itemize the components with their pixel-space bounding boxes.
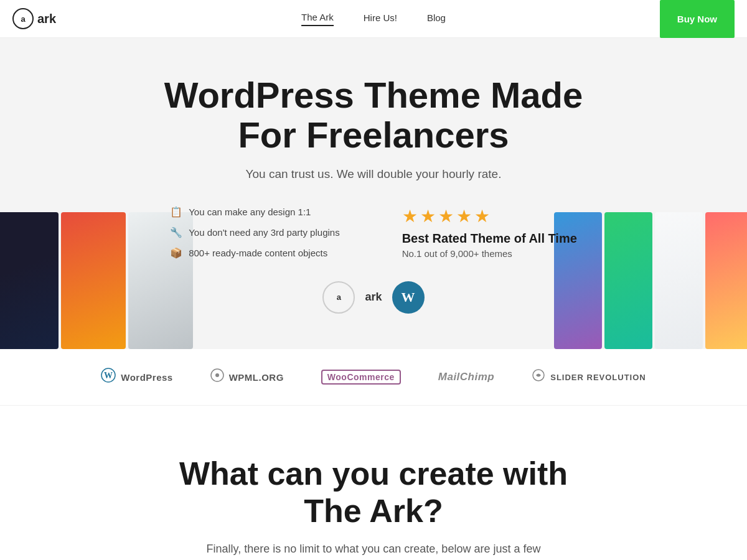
partner-wordpress: W WordPress — [101, 368, 172, 386]
logo-circle: a — [12, 8, 34, 29]
star-5: ★ — [474, 206, 490, 226]
slider-revolution-icon — [532, 368, 545, 386]
hero-features-list: 📋 You can make any design 1:1 🔧 You don'… — [170, 206, 340, 259]
feature-text-2: You don't need any 3rd party plugins — [189, 227, 340, 238]
hero-rating: ★ ★ ★ ★ ★ Best Rated Theme of All Time N… — [402, 206, 577, 259]
star-2: ★ — [420, 206, 436, 226]
buy-now-button[interactable]: Buy Now — [660, 0, 735, 38]
star-3: ★ — [438, 206, 454, 226]
bottom-section: What can you create with The Ark? Finall… — [0, 406, 747, 560]
partner-wpml: WPML.ORG — [210, 368, 284, 386]
feature-text-3: 800+ ready-made content objects — [189, 248, 327, 258]
partner-mailchimp: MailChimp — [438, 371, 494, 383]
woocommerce-label: WooCommerce — [321, 370, 401, 385]
feature-text-1: You can make any design 1:1 — [189, 207, 311, 217]
hero-features-row: 📋 You can make any design 1:1 🔧 You don'… — [12, 206, 735, 259]
star-4: ★ — [456, 206, 472, 226]
wordpress-icon: W — [101, 368, 116, 386]
slider-revolution-label: SLIDER REVOLUTION — [550, 373, 646, 382]
logo-letter: a — [21, 14, 25, 24]
feature-icon-3: 📦 — [170, 247, 182, 259]
hero-title: WordPress Theme Made For Freelancers — [12, 75, 735, 155]
nav-links: The Ark Hire Us! Blog — [301, 12, 446, 26]
feature-icon-2: 🔧 — [170, 226, 182, 238]
feature-item-1: 📋 You can make any design 1:1 — [170, 206, 340, 218]
nav-link-the-ark[interactable]: The Ark — [301, 12, 334, 26]
wordpress-label: WordPress — [121, 372, 172, 383]
rating-subtitle: No.1 out of 9,000+ themes — [402, 248, 577, 259]
partner-woocommerce: WooCommerce — [321, 370, 401, 385]
svg-text:W: W — [104, 371, 113, 380]
hero-subtitle: You can trust us. We will double your ho… — [12, 167, 735, 181]
partner-slider-revolution: SLIDER REVOLUTION — [532, 368, 646, 386]
wpml-label: WPML.ORG — [229, 372, 284, 383]
star-1: ★ — [402, 206, 418, 226]
feature-item-3: 📦 800+ ready-made content objects — [170, 247, 340, 259]
wordpress-brand-logo: W — [392, 281, 425, 314]
bottom-subtitle: Finally, there is no limit to what you c… — [12, 543, 735, 556]
feature-item-2: 🔧 You don't need any 3rd party plugins — [170, 226, 340, 238]
nav-link-hire-us[interactable]: Hire Us! — [364, 12, 397, 26]
partners-bar: W WordPress WPML.ORG WooCommerce MailChi… — [0, 349, 747, 406]
bottom-title: What can you create with The Ark? — [12, 455, 735, 530]
wpml-icon — [210, 368, 224, 386]
feature-icon-1: 📋 — [170, 206, 182, 218]
hero-section: WordPress Theme Made For Freelancers You… — [0, 38, 747, 349]
logo-text: ark — [37, 12, 56, 26]
ark-brand-logo: a — [322, 281, 355, 314]
nav-link-blog[interactable]: Blog — [427, 12, 446, 26]
rating-title: Best Rated Theme of All Time — [402, 231, 577, 246]
ark-brand-name: ark — [365, 291, 382, 304]
mailchimp-label: MailChimp — [438, 371, 494, 383]
navbar: a ark The Ark Hire Us! Blog Buy Now — [0, 0, 747, 38]
hero-brand-logos: a ark W — [12, 281, 735, 314]
svg-point-3 — [215, 373, 219, 377]
logo[interactable]: a ark — [12, 8, 56, 29]
stars-row: ★ ★ ★ ★ ★ — [402, 206, 577, 226]
